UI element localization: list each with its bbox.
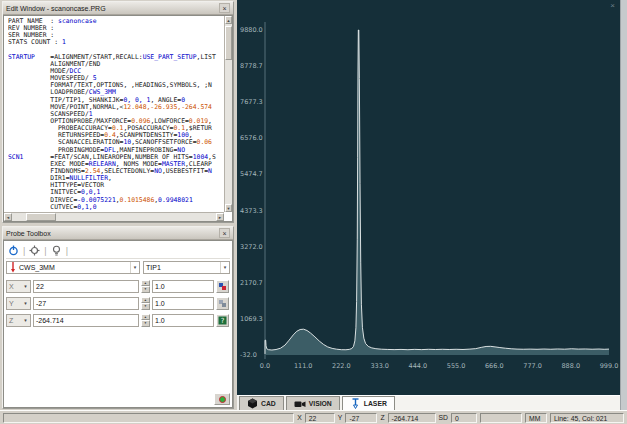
status-bar: X 22 Y -27 Z -264.714 SD 0 MM Line: 45, … bbox=[0, 410, 627, 424]
status-z-value: -264.714 bbox=[388, 413, 436, 423]
x-axis-select[interactable]: X ▾ bbox=[6, 280, 31, 293]
probe-toolbox-title: Probe Toolbox bbox=[6, 230, 51, 237]
x-row-action-icon bbox=[218, 282, 227, 291]
status-y-label: Y bbox=[338, 414, 343, 421]
edit-window-body: PART NAME : scanoncaseREV NUMBER : SER N… bbox=[3, 15, 233, 222]
probe-toolbox-close-icon[interactable]: × bbox=[219, 228, 230, 238]
z-row-action-button[interactable]: ? bbox=[216, 314, 229, 327]
spin-down-icon[interactable]: ▾ bbox=[141, 303, 150, 310]
y-axis-row: Y ▾ -27 ▴ ▾ 1.0 bbox=[6, 296, 230, 310]
y-axis-select[interactable]: Y ▾ bbox=[6, 297, 31, 310]
y-tick-label: 7677.3 bbox=[240, 98, 263, 106]
status-z-label: Z bbox=[380, 414, 384, 421]
y-tick-label: 2170.7 bbox=[240, 279, 263, 287]
chevron-down-icon: ▾ bbox=[21, 281, 30, 292]
tab-cad[interactable]: CAD bbox=[239, 396, 284, 410]
chevron-down-icon: ▾ bbox=[21, 315, 30, 326]
z-axis-select[interactable]: Z ▾ bbox=[6, 314, 31, 327]
laser-probe-icon bbox=[350, 398, 361, 409]
y-row-action-button[interactable] bbox=[216, 297, 229, 310]
y-row-action-icon bbox=[218, 299, 227, 308]
tip-select[interactable]: TIP1 ▾ bbox=[143, 261, 230, 274]
scroll-right-icon[interactable]: ► bbox=[216, 213, 224, 221]
edit-vertical-scrollbar[interactable]: ▲ ▼ bbox=[224, 16, 232, 212]
x-tick-label: 0.0 bbox=[260, 362, 270, 370]
status-cursor-position: Line: 45, Col: 021 bbox=[550, 413, 624, 423]
x-scale-input[interactable]: 1.0 bbox=[152, 280, 214, 293]
chevron-down-icon: ▾ bbox=[220, 262, 229, 273]
scroll-left-icon[interactable]: ◄ bbox=[4, 213, 12, 221]
code-line: CUTVEC=0,1,0 bbox=[8, 204, 223, 211]
x-tick-label: 888.0 bbox=[561, 362, 580, 370]
tab-vision-label: VISION bbox=[309, 400, 332, 407]
status-y-value: -27 bbox=[345, 413, 377, 423]
z-value-stepper[interactable]: ▴ ▾ bbox=[141, 314, 150, 327]
y-scale-input[interactable]: 1.0 bbox=[152, 297, 214, 310]
scroll-up-icon[interactable]: ▲ bbox=[225, 16, 232, 24]
probe-select[interactable]: CWS_3MM ▾ bbox=[6, 261, 140, 274]
tab-laser[interactable]: LASER bbox=[342, 396, 395, 410]
status-sd-value: 0 bbox=[451, 413, 477, 423]
y-tick-label: -32.0 bbox=[240, 351, 257, 359]
x-tick-label: 111.0 bbox=[294, 362, 313, 370]
vertical-scroll-thumb[interactable] bbox=[225, 26, 232, 60]
edit-window-close-icon[interactable]: × bbox=[219, 3, 230, 13]
y-tick-label: 1069.3 bbox=[240, 315, 263, 323]
toolbar-separator: | bbox=[65, 246, 69, 256]
tab-vision[interactable]: VISION bbox=[286, 396, 340, 410]
lightbulb-icon bbox=[51, 245, 62, 256]
probe-tip-icon bbox=[9, 262, 17, 273]
code-content[interactable]: PART NAME : scanoncaseREV NUMBER : SER N… bbox=[8, 18, 223, 211]
spin-down-icon[interactable]: ▾ bbox=[141, 320, 150, 327]
status-units: MM bbox=[525, 413, 547, 423]
tip-select-value: TIP1 bbox=[146, 264, 161, 271]
horizontal-scroll-thumb[interactable] bbox=[26, 213, 56, 221]
x-tick-label: 333.0 bbox=[370, 362, 389, 370]
scan-profile-chart: -32.01069.32170.73272.04373.35474.76576.… bbox=[237, 0, 620, 395]
chart-close-icon[interactable]: × bbox=[610, 2, 615, 10]
y-tick-label: 6576.0 bbox=[240, 134, 263, 142]
edit-horizontal-scrollbar[interactable]: ◄ ► bbox=[4, 212, 224, 221]
pcdmis-application-window: Edit Window - scanoncase.PRG × PART NAME… bbox=[0, 0, 627, 424]
status-x-label: X bbox=[297, 414, 302, 421]
probe-settings-button[interactable] bbox=[27, 244, 42, 258]
z-axis-row: Z ▾ -264.714 ▴ ▾ 1.0 ? bbox=[6, 313, 230, 327]
probe-toolbox-titlebar: Probe Toolbox × bbox=[3, 227, 233, 240]
tab-cad-label: CAD bbox=[261, 400, 276, 407]
scan-profile-line bbox=[265, 30, 609, 354]
y-tick-label: 9880.0 bbox=[240, 26, 263, 34]
tab-laser-label: LASER bbox=[364, 400, 387, 407]
code-line: STATS COUNT : 1 bbox=[8, 39, 223, 46]
scroll-down-icon[interactable]: ▼ bbox=[225, 204, 232, 212]
status-message-field bbox=[3, 413, 294, 423]
probe-toolbox-body: | | bbox=[3, 240, 233, 408]
y-tick-label: 5474.7 bbox=[240, 170, 263, 178]
view-tabstrip: CAD VISION LASER bbox=[237, 395, 620, 410]
x-value-stepper[interactable]: ▴ ▾ bbox=[141, 280, 150, 293]
right-window-edge bbox=[620, 0, 627, 410]
z-value-input[interactable]: -264.714 bbox=[33, 314, 139, 327]
toolbar-separator: | bbox=[43, 246, 47, 256]
status-x-value: 22 bbox=[305, 413, 335, 423]
x-tick-label: 222.0 bbox=[332, 362, 351, 370]
y-tick-label: 3272.0 bbox=[240, 243, 263, 251]
y-value-input[interactable]: -27 bbox=[33, 297, 139, 310]
axis-label: Z bbox=[9, 317, 13, 324]
status-blank-field bbox=[480, 413, 522, 423]
status-sd-label: SD bbox=[439, 414, 448, 421]
probe-power-button[interactable] bbox=[6, 244, 21, 258]
toolbar-separator: | bbox=[22, 246, 26, 256]
probe-status-button[interactable] bbox=[214, 393, 230, 405]
x-value-input[interactable]: 22 bbox=[33, 280, 139, 293]
probe-illumination-button[interactable] bbox=[49, 244, 64, 258]
y-tick-label: 8778.7 bbox=[240, 62, 263, 70]
z-scale-input[interactable]: 1.0 bbox=[152, 314, 214, 327]
chevron-down-icon: ▾ bbox=[21, 298, 30, 309]
spin-down-icon[interactable]: ▾ bbox=[141, 286, 150, 293]
x-row-action-button[interactable] bbox=[216, 280, 229, 293]
x-tick-label: 444.0 bbox=[409, 362, 428, 370]
cad-cube-icon bbox=[247, 398, 258, 409]
x-tick-label: 555.0 bbox=[447, 362, 466, 370]
y-value-stepper[interactable]: ▴ ▾ bbox=[141, 297, 150, 310]
probe-toolbox-toolbar: | | bbox=[6, 243, 230, 259]
